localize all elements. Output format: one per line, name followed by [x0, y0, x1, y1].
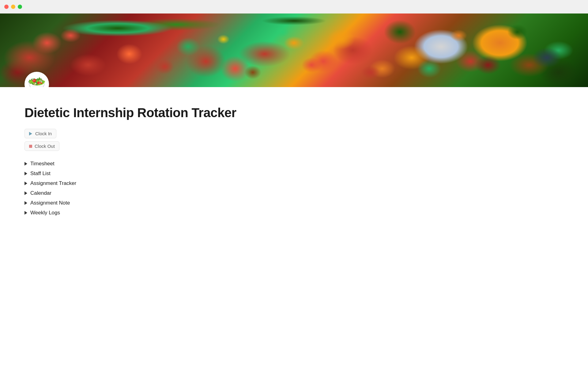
- nav-label-assignment-tracker: Assignment Tracker: [30, 180, 76, 186]
- clock-in-button[interactable]: Clock In: [24, 129, 56, 138]
- nav-label-calendar: Calendar: [30, 190, 51, 196]
- nav-item-calendar[interactable]: Calendar: [24, 189, 343, 197]
- nav-item-assignment-note[interactable]: Assignment Note: [24, 199, 343, 207]
- nav-label-weekly-logs: Weekly Logs: [30, 210, 60, 216]
- title-bar: [0, 0, 588, 13]
- nav-item-weekly-logs[interactable]: Weekly Logs: [24, 209, 343, 217]
- content-area: Dietetic Internship Rotation Tracker Clo…: [0, 87, 368, 242]
- page-title: Dietetic Internship Rotation Tracker: [24, 105, 343, 120]
- arrow-icon-timesheet: [24, 162, 27, 166]
- arrow-icon-calendar: [24, 191, 27, 195]
- nav-label-assignment-note: Assignment Note: [30, 200, 70, 206]
- page-icon: 🥗: [24, 72, 49, 87]
- nav-list: Timesheet Staff List Assignment Tracker …: [24, 159, 343, 217]
- nav-item-staff-list[interactable]: Staff List: [24, 169, 343, 178]
- nav-item-assignment-tracker[interactable]: Assignment Tracker: [24, 179, 343, 188]
- close-button[interactable]: [4, 5, 9, 9]
- page-wrapper: 🥗 Dietetic Internship Rotation Tracker C…: [0, 13, 588, 242]
- play-icon: [29, 132, 33, 136]
- nav-item-timesheet[interactable]: Timesheet: [24, 159, 343, 168]
- clock-out-button[interactable]: Clock Out: [24, 141, 59, 151]
- clock-in-label: Clock In: [35, 131, 52, 136]
- minimize-button[interactable]: [11, 5, 15, 9]
- arrow-icon-assignment-tracker: [24, 182, 27, 185]
- nav-label-timesheet: Timesheet: [30, 161, 55, 167]
- arrow-icon-weekly-logs: [24, 211, 27, 215]
- stop-icon: [29, 145, 32, 148]
- arrow-icon-staff-list: [24, 172, 27, 175]
- clock-out-label: Clock Out: [35, 144, 55, 149]
- hero-banner: 🥗: [0, 13, 588, 87]
- maximize-button[interactable]: [18, 5, 22, 9]
- arrow-icon-assignment-note: [24, 201, 27, 205]
- nav-label-staff-list: Staff List: [30, 171, 51, 177]
- button-group: Clock In Clock Out: [24, 129, 343, 151]
